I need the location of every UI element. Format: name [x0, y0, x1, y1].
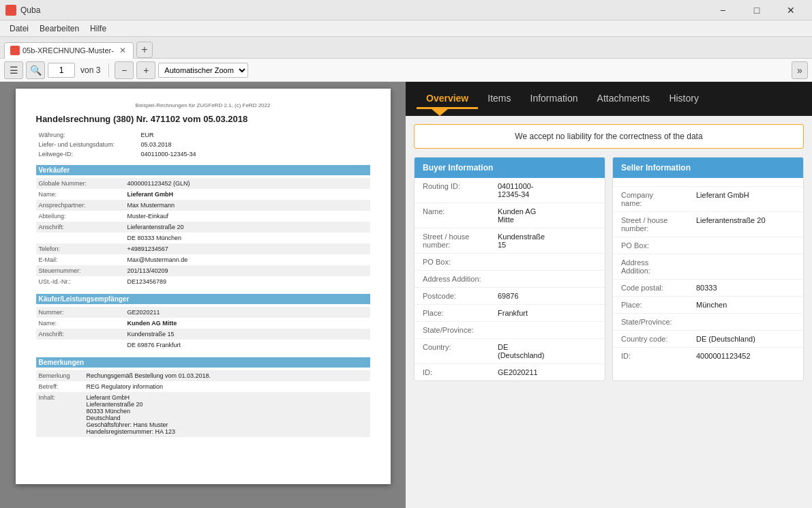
seller-value-5: 80333: [696, 284, 717, 292]
bemerkungen-rows: BemerkungRechungsgemäß Bestellung vom 01…: [36, 370, 370, 437]
buyer-row-8: Country:DE (Deutschland): [415, 339, 605, 364]
buyer-value-0: 04011000- 12345-34: [498, 182, 534, 198]
app-icon: [5, 5, 16, 16]
kaeufer-rows: Nummer:GE2020211Name:Kunden AG MitteAnsc…: [36, 307, 370, 350]
seller-row-6: Place:München: [613, 297, 803, 314]
kaeufer-label-2: Anschrift:: [36, 330, 125, 338]
page-of-label: von 3: [78, 65, 103, 75]
toolbar: ☰ 🔍 von 3 − + Automatischer Zoom »: [0, 59, 812, 82]
kaeufer-value-0: GE2020211: [125, 308, 163, 316]
seller-label-1: Company name:: [621, 191, 696, 207]
buyer-value-1: Kunden AG Mitte: [498, 207, 536, 224]
bemerkungen-value-1: REG Regulatory information: [84, 383, 166, 391]
menu-bar: Datei Bearbeiten Hilfe: [0, 20, 812, 37]
chevron-button[interactable]: »: [792, 61, 808, 79]
seller-value-1: Lieferant GmbH: [696, 191, 749, 199]
verkaufer-header: Verkäufer: [36, 165, 370, 175]
main-content: Beispiel-Rechnungen für ZUGFeRD 2.1, (c)…: [0, 82, 812, 508]
bemerkungen-label-2: Inhalt:: [36, 393, 84, 436]
search-button[interactable]: 🔍: [26, 61, 45, 79]
bemerkungen-row-0: BemerkungRechungsgemäß Bestellung vom 01…: [36, 370, 370, 381]
buyer-row-0: Routing ID:04011000- 12345-34: [415, 178, 605, 203]
new-tab-button[interactable]: +: [136, 42, 153, 58]
verkaufer-label-5: [36, 234, 125, 242]
title-bar-left: Quba: [5, 5, 40, 16]
warning-banner: We accept no liability for the correctne…: [414, 124, 804, 149]
verkaufer-value-9: DE123456789: [125, 278, 170, 286]
nav-tab-overview[interactable]: Overview: [417, 87, 478, 109]
verkaufer-row-4: Anschrift:Lieferantenstraße 20: [36, 222, 370, 233]
buyer-label-0: Routing ID:: [423, 182, 498, 190]
verkaufer-row-7: E-Mail:Max@Mustermann.de: [36, 254, 370, 265]
toolbar-right: »: [792, 61, 808, 79]
menu-bearbeiten[interactable]: Bearbeiten: [34, 23, 85, 35]
verkaufer-row-0: Globale Nummer:4000001123452 (GLN): [36, 178, 370, 189]
bemerkungen-label-1: Betreff:: [36, 383, 84, 391]
verkaufer-label-0: Globale Nummer:: [36, 179, 125, 188]
seller-row-7: State/Province:: [613, 314, 803, 331]
seller-value-6: München: [696, 301, 727, 309]
bemerkungen-row-1: Betreff:REG Regulatory information: [36, 381, 370, 392]
verkaufer-label-8: Steuernummer:: [36, 267, 125, 275]
buyer-label-3: PO Box:: [423, 258, 498, 266]
verkaufer-row-8: Steuernummer:201/113/40209: [36, 265, 370, 276]
buyer-row-7: State/Province:: [415, 322, 605, 339]
buyer-row-6: Place:Frankfurt: [415, 305, 605, 322]
toolbar-separator-1: [108, 63, 109, 77]
buyer-label-9: ID:: [423, 368, 498, 376]
verkaufer-label-9: USt.-Id.-Nr.:: [36, 278, 125, 286]
seller-label-9: ID:: [621, 352, 696, 360]
bemerkungen-label-0: Bemerkung: [36, 372, 84, 380]
pdf-scroll: Beispiel-Rechnungen für ZUGFeRD 2.1, (c)…: [0, 82, 406, 491]
verkaufer-value-8: 201/113/40209: [125, 267, 171, 275]
minimize-button[interactable]: −: [707, 0, 738, 20]
menu-hilfe[interactable]: Hilfe: [85, 23, 112, 35]
maximize-button[interactable]: □: [741, 0, 772, 20]
nav-tab-history[interactable]: History: [659, 87, 708, 109]
sidebar-toggle-button[interactable]: ☰: [4, 61, 23, 79]
zoom-out-button[interactable]: −: [115, 61, 134, 79]
verkaufer-value-3: Muster-Einkauf: [125, 212, 172, 220]
menu-datei[interactable]: Datei: [4, 23, 34, 35]
verkaufer-label-2: Ansprechpartner:: [36, 201, 125, 209]
seller-label-6: Place:: [621, 301, 696, 309]
pdf-small-text: Beispiel-Rechnungen für ZUGFeRD 2.1, (c)…: [36, 102, 370, 108]
page-number-input[interactable]: [48, 63, 75, 78]
buyer-row-5: Postcode:69876: [415, 288, 605, 305]
verkaufer-value-5: DE 80333 München: [125, 234, 185, 242]
title-bar: Quba − □ ✕: [0, 0, 812, 20]
tab-xrechnung[interactable]: 05b-XRECHNUNG-Muster- ✕: [4, 42, 134, 59]
pdf-panel[interactable]: Beispiel-Rechnungen für ZUGFeRD 2.1, (c)…: [0, 82, 406, 508]
verkaufer-value-4: Lieferantenstraße 20: [125, 223, 187, 231]
buyer-panel-body: Routing ID:04011000- 12345-34Name:Kunden…: [415, 178, 605, 380]
bemerkungen-section: Bemerkungen BemerkungRechungsgemäß Beste…: [36, 357, 370, 437]
pdf-meta-currency: Währung: EUR: [36, 131, 370, 139]
verkaufer-value-6: +49891234567: [125, 245, 171, 253]
nav-tab-information[interactable]: Information: [521, 87, 588, 109]
seller-value-9: 4000001123452: [696, 352, 751, 360]
buyer-value-2: Kundenstraße 15: [498, 233, 545, 249]
pdf-meta-date: Liefer- und Leistungsdatum: 05.03.2018: [36, 140, 370, 149]
zoom-select[interactable]: Automatischer Zoom: [158, 63, 248, 78]
verkaufer-row-2: Ansprechpartner:Max Mustermann: [36, 200, 370, 211]
buyer-label-6: Place:: [423, 309, 498, 317]
seller-label-2: Street / house number:: [621, 216, 696, 233]
seller-row-4: Address Addition:: [613, 254, 803, 280]
close-button[interactable]: ✕: [775, 0, 807, 20]
seller-row-8: Country code:DE (Deutschland): [613, 331, 803, 348]
pdf-meta-leitwege: Leitwege-ID: 04011000-12345-34: [36, 150, 370, 158]
kaeufer-label-0: Nummer:: [36, 308, 125, 316]
tab-pdf-icon: [10, 46, 20, 55]
kaeufer-row-0: Nummer:GE2020211: [36, 307, 370, 318]
verkaufer-value-2: Max Mustermann: [125, 201, 178, 209]
zoom-in-button[interactable]: +: [136, 61, 155, 79]
buyer-label-5: Postcode:: [423, 292, 498, 300]
buyer-value-5: 69876: [498, 292, 519, 300]
tab-close-button[interactable]: ✕: [119, 46, 126, 55]
nav-tab-items[interactable]: Items: [478, 87, 520, 109]
buyer-label-1: Name:: [423, 207, 498, 215]
buyer-label-7: State/Province:: [423, 326, 498, 334]
verkaufer-row-5: DE 80333 München: [36, 233, 370, 243]
verkaufer-value-0: 4000001123452 (GLN): [125, 179, 193, 188]
nav-tab-attachments[interactable]: Attachments: [588, 87, 660, 109]
